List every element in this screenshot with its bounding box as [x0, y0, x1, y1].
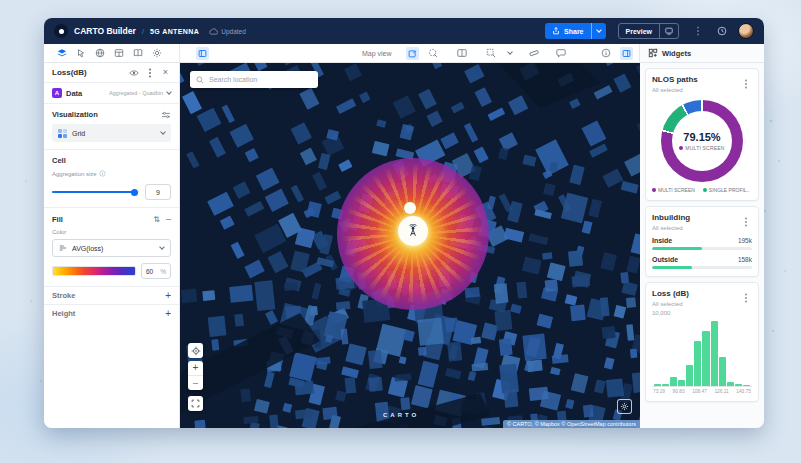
legend-dot: [652, 188, 656, 192]
source-badge: A: [52, 88, 62, 98]
zoom-in-button[interactable]: [188, 361, 203, 376]
carto-map-logo: CARTO: [383, 412, 419, 418]
layer-close-button[interactable]: [160, 67, 171, 78]
tab-layers[interactable]: [55, 47, 68, 60]
histogram-chart[interactable]: [652, 321, 752, 387]
info-icon: [99, 170, 106, 177]
info-icon: [601, 48, 611, 58]
histogram-bar[interactable]: [711, 321, 718, 386]
category-label: Outside: [652, 256, 678, 263]
preview-window-icon[interactable]: [659, 24, 678, 38]
widget-loss-histogram: Loss (dB) All selected 10,000 73.1990.83…: [645, 282, 759, 402]
widget-more-menu[interactable]: [740, 292, 751, 303]
tab-legend[interactable]: [131, 47, 144, 60]
select-tool-caret[interactable]: [506, 47, 514, 60]
color-ramp[interactable]: [52, 266, 136, 276]
histogram-bar[interactable]: [670, 377, 677, 386]
aggregation-slider[interactable]: [52, 191, 139, 193]
axis-tick-label: 126.11: [714, 389, 728, 394]
collapse-section-button[interactable]: [166, 214, 171, 224]
topbar-more-menu[interactable]: [692, 26, 703, 37]
donut-chart[interactable]: 79.15% MULTI SCREEN: [661, 100, 743, 182]
split-view-button[interactable]: [456, 47, 469, 60]
preview-button[interactable]: Preview: [618, 23, 679, 39]
by-value-icon: [59, 244, 67, 252]
histogram-bar[interactable]: [678, 380, 685, 386]
category-label: Inside: [652, 237, 672, 244]
histogram-bar[interactable]: [735, 384, 742, 386]
layer-data-row[interactable]: A Data Aggregated - Quadbin: [44, 83, 179, 103]
user-avatar[interactable]: [738, 23, 754, 39]
legend-item[interactable]: MULTI SCREEN: [652, 187, 695, 193]
left-panel-toggle[interactable]: [196, 47, 209, 60]
pencil-square-icon: [408, 49, 417, 58]
histogram-bar[interactable]: [719, 357, 726, 386]
slider-handle[interactable]: [131, 189, 138, 196]
map-attribution[interactable]: © CARTO, © Mapbox © OpenStreetMap contri…: [503, 420, 640, 428]
category-row[interactable]: Outside158k: [652, 256, 752, 269]
widget-more-menu[interactable]: [740, 78, 751, 89]
locate-button[interactable]: [188, 343, 203, 358]
tab-basemap[interactable]: [93, 47, 106, 60]
grid-icon: [58, 129, 67, 138]
box-select-button[interactable]: [485, 47, 498, 60]
chevron-down-icon: [160, 129, 166, 135]
right-panel-toggle[interactable]: [620, 47, 633, 60]
layer-visibility-button[interactable]: [128, 67, 139, 78]
histogram-bar[interactable]: [743, 385, 750, 386]
history-button[interactable]: [716, 26, 727, 37]
tab-interactions[interactable]: [74, 47, 87, 60]
share-button[interactable]: Share: [545, 23, 605, 39]
histogram-bar[interactable]: [702, 331, 709, 386]
map-settings-button[interactable]: [617, 399, 632, 414]
height-section-toggle[interactable]: Height: [44, 304, 179, 322]
share-dropdown-caret[interactable]: [591, 23, 606, 39]
map-info-button[interactable]: [599, 47, 612, 60]
category-value: 195k: [738, 237, 752, 244]
draw-tool-button[interactable]: [406, 47, 419, 60]
sliders-icon[interactable]: [161, 111, 171, 119]
color-by-select[interactable]: AVG(loss): [52, 239, 171, 257]
project-name[interactable]: 5G ANTENNA: [150, 28, 199, 35]
stroke-section-toggle[interactable]: Stroke: [44, 286, 179, 304]
map-toolbar: Map view: [180, 44, 640, 62]
reorder-icon[interactable]: [153, 215, 160, 224]
circle-select-button[interactable]: [427, 47, 440, 60]
histogram-bar[interactable]: [654, 384, 661, 386]
stroke-label: Stroke: [52, 291, 75, 300]
map-search-input[interactable]: Search location: [190, 71, 318, 88]
chevron-down-icon: [507, 49, 513, 55]
visualization-section: Visualization Grid: [44, 103, 179, 149]
widgets-icon: [648, 48, 658, 58]
map-view-label[interactable]: Map view: [362, 50, 392, 57]
carto-logo-icon[interactable]: [54, 24, 68, 38]
visualization-label: Visualization: [52, 110, 98, 119]
crosshair-icon: [191, 346, 201, 356]
zoom-out-button[interactable]: [188, 376, 203, 391]
tab-settings[interactable]: [150, 47, 163, 60]
measure-button[interactable]: [528, 47, 541, 60]
axis-tick-label: 143.75: [736, 389, 751, 394]
category-row[interactable]: Inside195k: [652, 237, 752, 250]
widgets-panel-title: Widgets: [662, 49, 691, 58]
fill-section: Fill Color AVG(loss) 60 %: [44, 207, 179, 286]
zoom-controls: [188, 361, 203, 390]
height-label: Height: [52, 309, 75, 318]
comments-button[interactable]: [555, 47, 568, 60]
histogram-bar[interactable]: [686, 365, 693, 386]
layer-more-menu[interactable]: [144, 67, 155, 78]
legend-item[interactable]: SINGLE PROFIL..: [703, 187, 750, 193]
histogram-bar[interactable]: [694, 341, 701, 387]
opacity-input[interactable]: 60 %: [141, 263, 171, 279]
antenna-marker[interactable]: [398, 216, 428, 246]
widget-more-menu[interactable]: [740, 216, 751, 227]
fit-bounds-button[interactable]: [188, 396, 203, 411]
histogram-bar[interactable]: [662, 384, 669, 386]
gear-icon: [620, 402, 629, 411]
tab-table[interactable]: [112, 47, 125, 60]
layer-panel: Loss(dB) A Data Aggregated - Quadbin Vis…: [44, 63, 180, 428]
map-canvas[interactable]: Search location CARTO © CARTO, © Mapbox …: [180, 63, 640, 428]
viz-type-select[interactable]: Grid: [52, 124, 171, 142]
aggregation-value-input[interactable]: 9: [145, 184, 171, 200]
histogram-bar[interactable]: [727, 382, 734, 386]
